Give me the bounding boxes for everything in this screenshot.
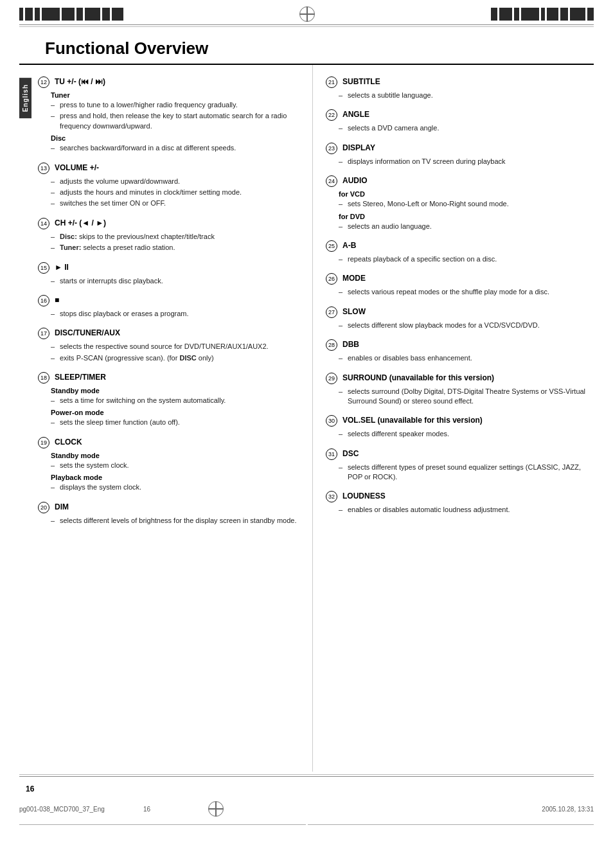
- footer-date: 2005.10.28, 13:31: [542, 806, 594, 813]
- list-item: selects different types of preset sound …: [339, 463, 587, 483]
- strip-block: [35, 8, 40, 21]
- section-18-title: SLEEP/TIMER: [55, 373, 106, 382]
- section-24-title: AUDIO: [342, 176, 368, 185]
- section-12: 12 TU +/- (⏮ / ⏭) Tuner press to tune to…: [38, 76, 299, 154]
- page-title-area: Functional Overview: [19, 27, 594, 65]
- section-32-list: enables or disables automatic loudness a…: [339, 505, 587, 515]
- strip-block: [570, 8, 585, 21]
- section-31-list: selects different types of preset sound …: [339, 463, 587, 483]
- section-14-title: CH +/- (◄ / ►): [55, 218, 106, 227]
- section-27-header: 27 SLOW: [326, 306, 587, 318]
- section-25-num: 25: [326, 240, 337, 252]
- section-20-num: 20: [38, 502, 49, 513]
- section-13: 13 VOLUME +/- adjusts the volume upward/…: [38, 163, 299, 209]
- list-item: Tuner: selects a preset radio station.: [51, 243, 299, 252]
- section-30-title: VOL.SEL (unavailable for this version): [342, 416, 483, 425]
- section-16-num: 16: [38, 295, 49, 306]
- section-19-title: CLOCK: [55, 438, 82, 447]
- section-29-header: 29 SURROUND (unavailable for this versio…: [326, 373, 587, 384]
- section-12-tuner-list: press to tune to a lower/higher radio fr…: [51, 100, 299, 131]
- list-item: adjusts the hours and minutes in clock/t…: [51, 188, 299, 197]
- strip-block: [491, 8, 497, 21]
- section-19-standby-list: sets the system clock.: [51, 461, 299, 470]
- section-21-header: 21 SUBTITLE: [326, 76, 587, 88]
- section-24: 24 AUDIO for VCD sets Stereo, Mono-Left …: [326, 175, 587, 231]
- strip-block: [560, 8, 568, 21]
- list-item: switches the set timer ON or OFF.: [51, 199, 299, 208]
- section-29: 29 SURROUND (unavailable for this versio…: [326, 373, 587, 407]
- section-14-header: 14 CH +/- (◄ / ►): [38, 218, 299, 229]
- section-22-list: selects a DVD camera angle.: [339, 123, 587, 133]
- list-item: sets the sleep timer function (auto off)…: [51, 418, 299, 427]
- section-13-num: 13: [38, 163, 49, 174]
- section-15-header: 15 ► II: [38, 262, 299, 274]
- section-21: 21 SUBTITLE selects a subtitle language.: [326, 76, 587, 100]
- section-32: 32 LOUDNESS enables or disables automati…: [326, 491, 587, 515]
- section-24-dvd-list: selects an audio language.: [339, 222, 587, 231]
- section-14-num: 14: [38, 218, 49, 229]
- section-23-num: 23: [326, 143, 337, 154]
- bottom-decorative: [0, 822, 613, 834]
- section-26: 26 MODE selects various repeat modes or …: [326, 273, 587, 297]
- section-24-num: 24: [326, 175, 337, 187]
- section-32-title: LOUDNESS: [342, 492, 386, 500]
- strip-block: [499, 8, 512, 21]
- section-16-list: stops disc playback or erases a program.: [51, 309, 299, 319]
- footer-page-mid: 16: [143, 806, 150, 813]
- inline-bold: DISC: [179, 354, 196, 362]
- section-29-list: selects surround (Dolby Digital, DTS-Dig…: [339, 387, 587, 407]
- section-32-num: 32: [326, 491, 337, 502]
- section-31-header: 31 DSC: [326, 448, 587, 460]
- list-item: selects different levels of brightness f…: [51, 516, 299, 526]
- section-15-title: ► II: [55, 263, 69, 272]
- section-13-title: VOLUME +/-: [55, 163, 99, 172]
- section-13-header: 13 VOLUME +/-: [38, 163, 299, 174]
- crosshair-icon: [299, 6, 315, 22]
- side-tab: English: [19, 78, 31, 118]
- section-19-sub2: Playback mode: [51, 474, 299, 481]
- section-15: 15 ► II starts or interrupts disc playba…: [38, 262, 299, 286]
- right-column: 21 SUBTITLE selects a subtitle language.…: [313, 65, 594, 772]
- section-26-num: 26: [326, 273, 337, 285]
- top-decorative: [0, 0, 613, 22]
- list-item: press and hold, then release the key to …: [51, 111, 299, 131]
- section-24-sub1: for VCD: [339, 190, 587, 198]
- section-12-sub1: Tuner: [51, 91, 299, 99]
- section-12-sub2: Disc: [51, 134, 299, 142]
- section-12-header: 12 TU +/- (⏮ / ⏭): [38, 76, 299, 88]
- inline-bold: Disc:: [60, 233, 77, 240]
- section-32-header: 32 LOUDNESS: [326, 491, 587, 502]
- section-17-num: 17: [38, 328, 49, 339]
- section-29-title: SURROUND (unavailable for this version): [342, 373, 494, 382]
- section-23: 23 DISPLAY displays information on TV sc…: [326, 143, 587, 166]
- strip-block: [547, 8, 558, 21]
- section-20-list: selects different levels of brightness f…: [51, 516, 299, 526]
- list-item: repeats playback of a specific section o…: [339, 254, 587, 264]
- section-30: 30 VOL.SEL (unavailable for this version…: [326, 415, 587, 439]
- section-20: 20 DIM selects different levels of brigh…: [38, 502, 299, 526]
- section-26-header: 26 MODE: [326, 273, 587, 285]
- section-17-list: selects the respective sound source for …: [51, 342, 299, 363]
- section-19: 19 CLOCK Standby mode sets the system cl…: [38, 437, 299, 493]
- list-item: selects various repeat modes or the shuf…: [339, 287, 587, 297]
- section-31-num: 31: [326, 448, 337, 460]
- list-item: sets a time for switching on the system …: [51, 396, 299, 405]
- bottom-rule-1: [19, 774, 594, 775]
- section-19-playback-list: displays the system clock.: [51, 483, 299, 492]
- content-area: English 12 TU +/- (⏮ / ⏭) Tuner press to…: [0, 65, 613, 772]
- section-30-list: selects different speaker modes.: [339, 429, 587, 439]
- section-12-title: TU +/- (⏮ / ⏭): [55, 77, 105, 86]
- left-column: 12 TU +/- (⏮ / ⏭) Tuner press to tune to…: [31, 65, 313, 772]
- list-item: selects an audio language.: [339, 222, 587, 231]
- section-22: 22 ANGLE selects a DVD camera angle.: [326, 109, 587, 133]
- section-28-title: DBB: [342, 340, 359, 349]
- section-25-header: 25 A-B: [326, 240, 587, 252]
- section-28: 28 DBB enables or disables bass enhancem…: [326, 339, 587, 363]
- section-28-list: enables or disables bass enhancement.: [339, 353, 587, 363]
- section-30-header: 30 VOL.SEL (unavailable for this version…: [326, 415, 587, 427]
- page-number: 16: [26, 784, 34, 793]
- section-14: 14 CH +/- (◄ / ►) Disc: skips to the pre…: [38, 218, 299, 253]
- section-25-title: A-B: [342, 241, 356, 250]
- section-27-title: SLOW: [342, 307, 366, 316]
- footer-bar: pg001-038_MCD700_37_Eng 16 2005.10.28, 1…: [0, 799, 613, 822]
